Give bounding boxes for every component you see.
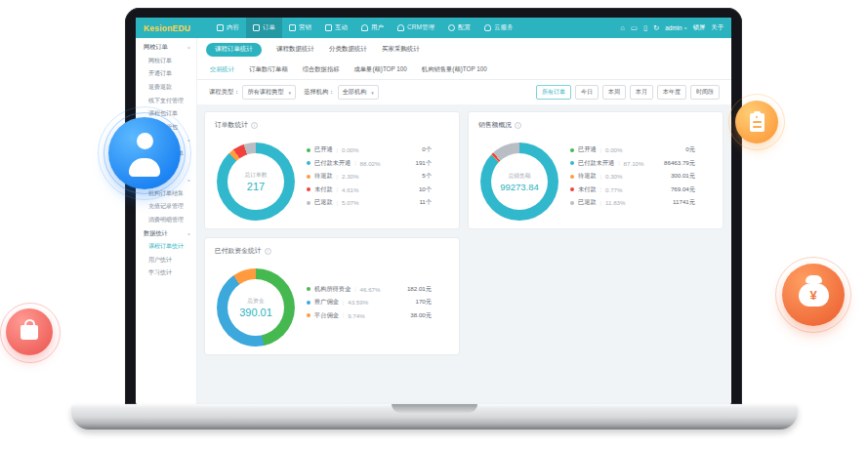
legend-row: 已付款未开通|88.02%191个 — [307, 159, 432, 168]
legend-label: 机构所得资金 — [314, 285, 351, 294]
stats-card: 已付款资金统计i总资金390.01机构所得资金|46.67%182.01元推广佣… — [204, 237, 460, 355]
sub-tab[interactable]: 交易统计 — [210, 65, 234, 74]
time-range-buttons: 所有订单今日本周本月本年度时间段 — [536, 85, 720, 100]
sidebar-item-label: 用户统计 — [148, 256, 172, 265]
monitor-icon[interactable]: ▭ — [631, 24, 638, 32]
laptop-screen: KesionEDU 内容订单营销互动用户CRM管理配置云服务 ⌂▭▯↻admin… — [136, 18, 731, 404]
nav-item-label: CRM管理 — [407, 23, 434, 32]
legend-percent: 0.77% — [605, 186, 623, 193]
legend-row: 已开通|0.00%0个 — [307, 145, 432, 154]
legend-value: 0元 — [685, 145, 695, 154]
legend-value: 10个 — [419, 185, 432, 194]
nav-right: ⌂▭▯↻admin∨锁屏关于 — [620, 23, 723, 32]
nav-item-interaction[interactable]: 互动 — [318, 18, 354, 38]
sidebar-item-label: 开通订单 — [148, 69, 172, 78]
nav-item-content[interactable]: 内容 — [210, 18, 246, 38]
legend-label: 已付款未开通 — [578, 159, 614, 168]
legend-dot — [570, 148, 574, 152]
tab[interactable]: 课程数据统计 — [276, 45, 314, 54]
legend-label: 已付款未开通 — [314, 159, 351, 168]
nav-item-user[interactable]: 用户 — [354, 18, 391, 38]
nav-item-crm[interactable]: CRM管理 — [391, 18, 441, 38]
laptop-notch — [392, 404, 477, 413]
tab[interactable]: 买家采购统计 — [382, 45, 420, 54]
chevron-down-icon: ▾ — [289, 90, 292, 96]
legend-dot — [307, 313, 310, 317]
sub-tab[interactable]: 成单量(额)TOP 100 — [354, 65, 407, 74]
legend-row: 待退款|0.30%300.01元 — [570, 172, 695, 181]
sidebar-item-label: 网校订单 — [148, 57, 172, 65]
sidebar-item[interactable]: 网校订单 — [136, 55, 196, 68]
sidebar-item[interactable]: 开通订单 — [136, 67, 196, 81]
money-bag-icon: ¥ — [782, 264, 845, 326]
donut-center-label: 总销售额 — [508, 172, 530, 181]
stats-card: 订单数统计i总订单数217已开通|0.00%0个已付款未开通|88.02%191… — [204, 111, 460, 229]
time-button[interactable]: 本月 — [630, 85, 653, 100]
course-type-select[interactable]: 所有课程类型▾ — [242, 85, 296, 100]
nav-link-about[interactable]: 关于 — [711, 23, 723, 32]
phone-icon[interactable]: ▯ — [643, 24, 647, 32]
legend-label: 未付款 — [578, 185, 597, 194]
institution-select[interactable]: 全部机构▾ — [338, 85, 379, 100]
sidebar-item[interactable]: 数据统计∨ — [136, 226, 196, 240]
time-button[interactable]: 本年度 — [657, 85, 686, 100]
nav-item-label: 内容 — [227, 23, 239, 32]
legend-percent: 0.00% — [342, 146, 359, 153]
sub-tab[interactable]: 综合数据指标 — [303, 65, 340, 74]
sidebar-item[interactable]: 网校订单∨ — [136, 41, 196, 55]
info-icon: i — [265, 248, 271, 255]
legend-percent: 2.30% — [342, 173, 359, 180]
legend-row: 推广佣金|43.59%170元 — [307, 298, 432, 307]
legend-value: 0个 — [422, 145, 432, 154]
legend-value: 769.04元 — [671, 185, 695, 194]
time-button[interactable]: 本周 — [602, 85, 626, 100]
sidebar-item[interactable]: 用户统计 — [136, 254, 196, 267]
nav-item-settings[interactable]: 配置 — [441, 18, 477, 38]
page-tabs: 课程订单统计课程数据统计分类数据统计买家采购统计 — [197, 38, 731, 61]
refresh-icon[interactable]: ↻ — [653, 24, 659, 32]
legend-divider: | — [337, 174, 338, 180]
laptop-base — [71, 404, 798, 430]
legend-row: 已开通|0.00%0元 — [570, 145, 695, 154]
legend-dot — [570, 201, 574, 205]
donut-center-label: 总资金 — [247, 297, 264, 306]
sidebar-item[interactable]: 充值记录管理 — [136, 200, 196, 214]
home-icon[interactable]: ⌂ — [620, 24, 625, 32]
tab[interactable]: 分类数据统计 — [329, 45, 367, 54]
legend-label: 已开通 — [578, 145, 597, 154]
user-menu[interactable]: admin∨ — [665, 24, 686, 31]
sidebar-item[interactable]: 退费退款 — [136, 81, 196, 95]
legend-dot — [307, 161, 310, 165]
stage: KesionEDU 内容订单营销互动用户CRM管理配置云服务 ⌂▭▯↻admin… — [0, 0, 868, 450]
clipboard-icon — [735, 101, 778, 143]
floating-user-badge — [98, 106, 191, 200]
nav-item-marketing[interactable]: 营销 — [282, 18, 318, 38]
legend-divider: | — [600, 186, 601, 192]
sub-tab[interactable]: 订单数/订单额 — [249, 65, 288, 74]
tab[interactable]: 课程订单统计 — [206, 43, 262, 57]
sidebar-item-active[interactable]: 课程订单统计 — [136, 240, 196, 254]
time-button[interactable]: 今日 — [575, 85, 599, 100]
donut-chart: 总销售额99273.84 — [480, 143, 558, 221]
nav-item-cloud[interactable]: 云服务 — [477, 18, 520, 38]
donut-center-value: 390.01 — [239, 307, 272, 318]
sidebar-item[interactable]: 消费明细管理 — [136, 214, 196, 227]
legend-dot — [307, 148, 310, 152]
legend-row: 待退款|2.30%5个 — [307, 172, 432, 181]
time-button[interactable]: 时间段 — [690, 85, 720, 100]
legend-divider: | — [600, 147, 601, 153]
sidebar-item[interactable]: 线下支付管理 — [136, 94, 196, 107]
app-logo: KesionEDU — [144, 23, 190, 33]
nav-item-order[interactable]: 订单 — [246, 18, 282, 38]
legend-divider: | — [337, 200, 338, 206]
nav-link-lock[interactable]: 锁屏 — [693, 23, 706, 32]
legend-divider: | — [337, 147, 338, 153]
sidebar-item[interactable]: 学习统计 — [136, 266, 196, 280]
yen-symbol: ¥ — [809, 288, 816, 303]
time-button[interactable]: 所有订单 — [536, 85, 571, 100]
sub-tab[interactable]: 机构销售量(额)TOP 100 — [422, 65, 487, 74]
legend-value: 182.01元 — [407, 285, 432, 294]
legend-percent: 9.74% — [348, 312, 365, 319]
sidebar-item-label: 网校订单 — [144, 43, 168, 52]
sidebar-item-label: 充值记录管理 — [148, 202, 184, 211]
